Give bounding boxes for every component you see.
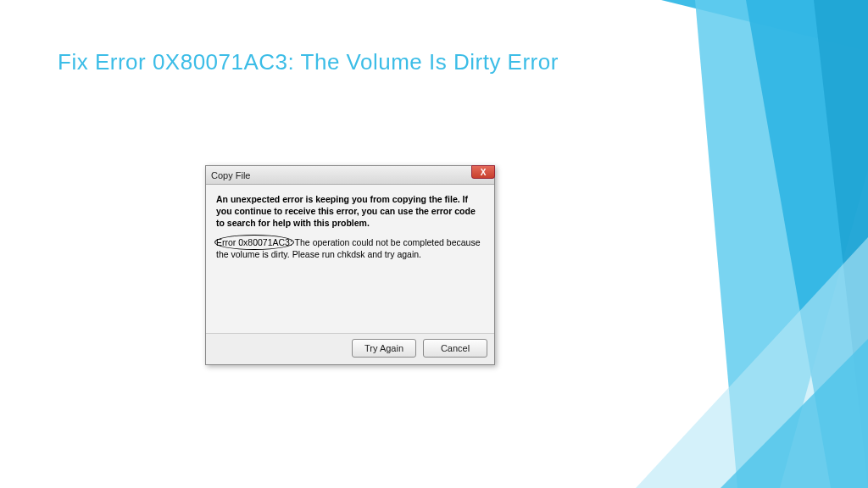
svg-marker-5 <box>721 339 868 488</box>
svg-marker-2 <box>746 0 868 488</box>
slide-title: Fix Error 0X80071AC3: The Volume Is Dirt… <box>58 49 559 75</box>
try-again-button[interactable]: Try Again <box>352 339 416 358</box>
close-icon: X <box>481 168 487 177</box>
dialog-button-row: Try Again Cancel <box>206 333 494 364</box>
dialog-titlebar: Copy File X <box>206 166 494 185</box>
dialog-message: An unexpected error is keeping you from … <box>216 193 484 230</box>
dialog-body: An unexpected error is keeping you from … <box>206 185 494 333</box>
dialog-title-text: Copy File <box>211 170 250 180</box>
svg-marker-1 <box>695 0 868 488</box>
copy-file-dialog: Copy File X An unexpected error is keepi… <box>205 165 495 365</box>
svg-marker-4 <box>636 237 868 488</box>
dialog-error-line: Error 0x80071AC3: The operation could no… <box>216 236 484 260</box>
svg-marker-0 <box>661 0 868 51</box>
cancel-button[interactable]: Cancel <box>423 339 487 358</box>
close-button[interactable]: X <box>471 165 495 179</box>
error-code-label: Error 0x80071AC3: <box>216 236 292 248</box>
svg-marker-3 <box>814 0 868 488</box>
